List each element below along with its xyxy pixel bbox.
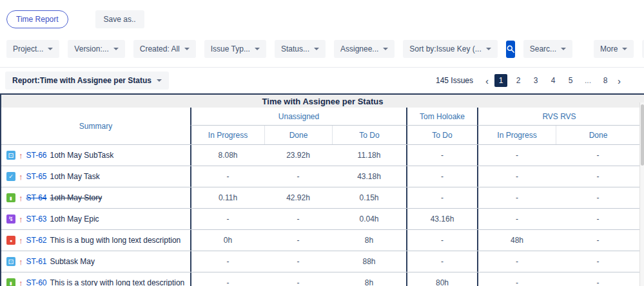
chevron-down-icon	[622, 48, 627, 50]
chevron-down-icon	[255, 48, 260, 50]
filter-search-saved[interactable]: Searc...	[523, 40, 572, 58]
column-header-to-do: To Do	[332, 126, 406, 144]
column-header-rvs-in-progress: In Progress	[477, 126, 556, 144]
value-cell: -	[477, 272, 556, 286]
next-page-icon[interactable]: ›	[616, 75, 622, 86]
scrollbar-thumb[interactable]	[641, 104, 644, 166]
issue-summary: This is a bug with long text description	[50, 236, 181, 245]
issue-summary: 1oth May SubTask	[50, 151, 114, 160]
filter-assignee[interactable]: Assignee...	[334, 40, 395, 58]
value-cell: -	[264, 230, 332, 251]
value-cell: 42.92h	[264, 187, 332, 208]
issue-key-link[interactable]: ST-65	[26, 172, 47, 181]
page-3[interactable]: 3	[529, 74, 542, 87]
time-report-button[interactable]: Time Report	[6, 10, 68, 28]
value-cell: 23.92h	[264, 145, 332, 166]
filter-created[interactable]: Created: All	[133, 40, 196, 58]
pagination: 145 Issues ‹ 1 2 3 4 5 ... 8 ›	[436, 74, 639, 87]
value-cell: -	[264, 209, 332, 229]
issue-summary: 1oth May Task	[50, 172, 100, 181]
table-title: Time with Assignee per Status	[1, 93, 644, 108]
value-cell: 11.18h	[332, 145, 406, 166]
bug-icon	[6, 236, 15, 245]
value-cell: -	[556, 187, 640, 208]
page-8[interactable]: 8	[599, 74, 612, 87]
filter-issue-type[interactable]: Issue Typ...	[204, 40, 266, 58]
save-as-button[interactable]: Save as..	[95, 10, 144, 28]
value-cell: -	[406, 166, 477, 187]
report-table: Time with Assignee per Status Summary Un…	[0, 93, 644, 286]
task-icon	[6, 172, 15, 181]
filter-label: Created: All	[140, 44, 180, 53]
chevron-down-icon	[486, 48, 491, 50]
value-cell: 8.08h	[190, 145, 264, 166]
value-cell: 0h	[190, 230, 264, 251]
column-header-tom-to-do: To Do	[406, 126, 477, 144]
issue-key-link[interactable]: ST-60	[26, 278, 47, 286]
value-cell: 43.16h	[406, 209, 477, 229]
page-5[interactable]: 5	[564, 74, 577, 87]
filter-label: Status...	[281, 44, 309, 53]
value-cell: -	[264, 166, 332, 187]
filter-label: Issue Typ...	[211, 44, 250, 53]
page-1[interactable]: 1	[494, 74, 507, 87]
issue-key-link[interactable]: ST-66	[26, 151, 47, 160]
search-button[interactable]	[506, 41, 515, 58]
table-row: ↑ ST-65 1oth May Task - - 43.18h - - -	[1, 166, 644, 187]
filter-bar: Project... Version:... Created: All Issu…	[0, 36, 644, 68]
filter-label: Version:...	[74, 44, 108, 53]
issues-count: 145 Issues	[436, 76, 473, 85]
value-cell: -	[477, 145, 556, 166]
report-selector-label: Report:Time with Assignee per Status	[12, 76, 151, 85]
table-row: ↑ ST-64 1oth May Story 0.11h 42.92h 0.15…	[1, 187, 644, 208]
issue-summary: 1oth May Epic	[50, 214, 99, 224]
filter-label: Assignee...	[340, 44, 378, 53]
story-icon	[6, 193, 15, 202]
issue-key-link[interactable]: ST-63	[26, 214, 47, 224]
group-header-tom-holoake: Tom Holoake	[406, 108, 477, 126]
filter-sort-by[interactable]: Sort by:Issue Key (...	[403, 40, 497, 58]
more-button[interactable]: More	[594, 40, 634, 58]
summary-cell: ↑ ST-62 This is a bug with long text des…	[1, 230, 190, 251]
top-toolbar: Time Report Save as..	[0, 0, 644, 36]
issue-key-link[interactable]: ST-64	[26, 193, 47, 202]
filter-version[interactable]: Version:...	[68, 40, 124, 58]
summary-cell: ↑ ST-60 This is a story with long text d…	[1, 272, 190, 286]
summary-cell: ↑ ST-66 1oth May SubTask	[1, 145, 190, 166]
value-cell: -	[556, 145, 640, 166]
value-cell: 88h	[332, 251, 406, 272]
summary-cell: ↑ ST-65 1oth May Task	[1, 166, 190, 187]
report-bar: Report:Time with Assignee per Status 145…	[0, 68, 644, 93]
vertical-scrollbar[interactable]	[639, 102, 644, 286]
column-header-summary[interactable]: Summary	[1, 108, 190, 144]
issue-summary: Subtask May	[50, 257, 95, 266]
value-cell: 43.18h	[332, 166, 406, 187]
column-header-rvs-done: Done	[556, 126, 640, 144]
priority-up-icon: ↑	[19, 172, 23, 182]
filter-project[interactable]: Project...	[6, 40, 59, 58]
value-cell: -	[477, 251, 556, 272]
story-icon	[6, 278, 15, 286]
epic-icon	[6, 214, 15, 224]
filter-status[interactable]: Status...	[275, 40, 326, 58]
prev-page-icon[interactable]: ‹	[484, 75, 490, 86]
value-cell: -	[477, 187, 556, 208]
issue-key-link[interactable]: ST-62	[26, 236, 47, 245]
value-cell: -	[477, 166, 556, 187]
table-header: Summary Unassigned Tom Holoake RVS RVS I…	[1, 108, 644, 144]
filter-label: Sort by:Issue Key (...	[409, 44, 481, 53]
value-cell: 0.04h	[332, 209, 406, 229]
table-row: ↑ ST-60 This is a story with long text d…	[1, 272, 644, 286]
chevron-down-icon	[184, 48, 190, 50]
page-4[interactable]: 4	[547, 74, 560, 87]
chevron-down-icon	[314, 48, 319, 50]
subtask-icon	[6, 151, 15, 160]
table-row: ↑ ST-61 Subtask May - - 88h - - -	[1, 251, 644, 272]
subtask-icon	[6, 257, 15, 266]
value-cell: -	[556, 272, 640, 286]
page-ellipsis: ...	[581, 74, 594, 87]
issue-key-link[interactable]: ST-61	[26, 257, 47, 266]
priority-up-icon: ↑	[19, 278, 23, 286]
page-2[interactable]: 2	[512, 74, 525, 87]
report-selector[interactable]: Report:Time with Assignee per Status	[5, 72, 169, 90]
